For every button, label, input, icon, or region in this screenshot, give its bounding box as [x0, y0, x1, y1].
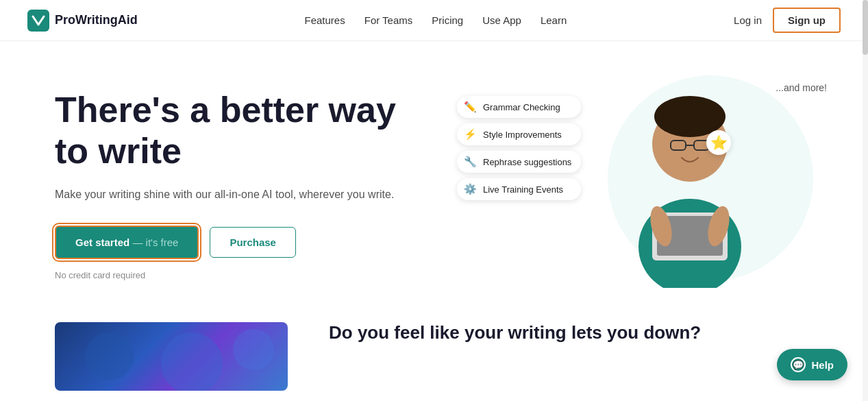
grammar-icon: ✏️	[462, 101, 478, 113]
pill-rephrase-label: Rephrase suggestions	[483, 157, 571, 167]
hero-illustration	[615, 69, 806, 302]
person-svg	[615, 69, 765, 288]
login-button[interactable]: Log in	[734, 14, 762, 26]
purchase-button[interactable]: Purchase	[210, 227, 296, 258]
signup-button[interactable]: Sign up	[773, 8, 841, 33]
bottom-image-overlay	[55, 322, 288, 391]
logo-text: ProWritingAid	[55, 13, 138, 27]
help-icon: 💬	[791, 357, 806, 372]
pill-rephrase: 🔧 Rephrase suggestions	[457, 151, 581, 173]
logo[interactable]: ProWritingAid	[27, 10, 138, 32]
bottom-image	[55, 322, 288, 391]
hero-buttons: Get started — it's free Purchase	[55, 226, 411, 259]
rephrase-icon: 🔧	[462, 156, 478, 168]
bottom-title: Do you feel like your writing lets you d…	[329, 322, 813, 343]
get-started-button[interactable]: Get started — it's free	[55, 226, 199, 259]
help-button[interactable]: 💬 Help	[777, 349, 847, 380]
pill-style-label: Style Improvements	[483, 130, 562, 140]
logo-icon	[27, 10, 49, 32]
hero-section: There's a better way to write Make your …	[0, 41, 868, 315]
nav-learn[interactable]: Learn	[541, 14, 567, 26]
pill-grammar: ✏️ Grammar Checking	[457, 96, 581, 118]
scrollbar-thumb	[863, 0, 868, 55]
nav-for-teams[interactable]: For Teams	[364, 14, 413, 26]
bottom-section: Do you feel like your writing lets you d…	[0, 315, 868, 401]
pill-style: ⚡ Style Improvements	[457, 123, 581, 145]
scrollbar[interactable]	[863, 0, 868, 401]
get-started-suffix: — it's free	[132, 236, 178, 248]
navbar: ProWritingAid Features For Teams Pricing…	[0, 0, 868, 41]
pill-training: ⚙️ Live Training Events	[457, 178, 581, 200]
training-icon: ⚙️	[462, 183, 478, 195]
star-badge: ⭐	[706, 130, 731, 155]
and-more-label: ...and more!	[776, 82, 827, 93]
hero-right: ...and more! ⭐	[457, 69, 841, 302]
get-started-label: Get started	[75, 236, 129, 248]
svg-rect-0	[27, 10, 49, 32]
help-label: Help	[811, 359, 834, 371]
nav-links: Features For Teams Pricing Use App Learn	[305, 14, 567, 26]
bottom-text: Do you feel like your writing lets you d…	[329, 322, 813, 343]
pills-container: ✏️ Grammar Checking ⚡ Style Improvements…	[457, 96, 581, 200]
nav-features[interactable]: Features	[305, 14, 345, 26]
hero-title: There's a better way to write	[55, 90, 411, 172]
nav-pricing[interactable]: Pricing	[432, 14, 463, 26]
hero-subtitle: Make your writing shine with our all-in-…	[55, 186, 411, 204]
pill-training-label: Live Training Events	[483, 184, 563, 195]
nav-actions: Log in Sign up	[734, 8, 841, 33]
nav-use-app[interactable]: Use App	[482, 14, 521, 26]
no-credit-text: No credit card required	[55, 270, 411, 280]
hero-left: There's a better way to write Make your …	[55, 90, 411, 280]
style-icon: ⚡	[462, 128, 478, 141]
pill-grammar-label: Grammar Checking	[483, 102, 560, 112]
